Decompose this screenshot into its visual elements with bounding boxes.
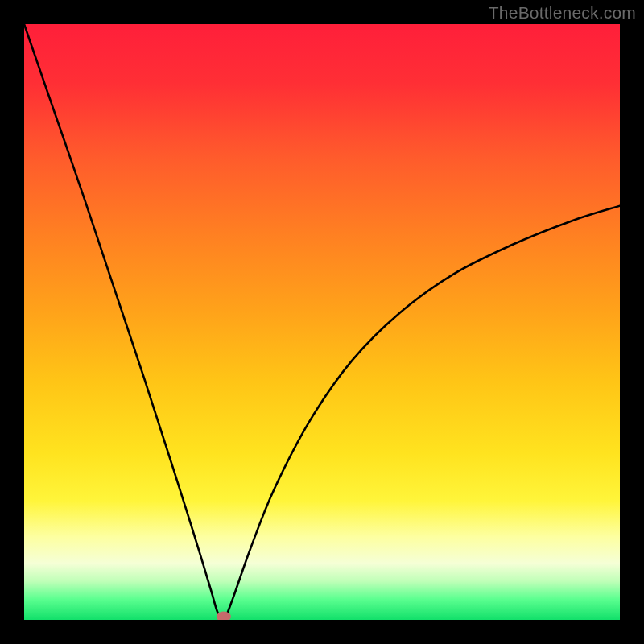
plot-area <box>24 24 620 620</box>
bottleneck-chart <box>24 24 620 620</box>
gradient-background <box>24 24 620 620</box>
chart-stage: TheBottleneck.com <box>0 0 644 644</box>
watermark-text: TheBottleneck.com <box>489 3 636 23</box>
